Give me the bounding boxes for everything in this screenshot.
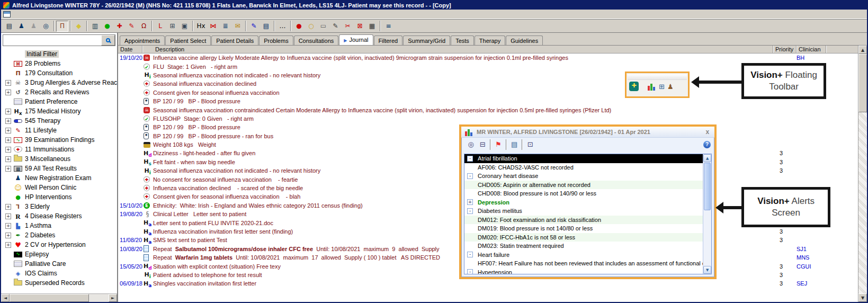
documents-stack-icon[interactable]: ▣ (178, 21, 191, 32)
tab[interactable]: Summary/Grid (403, 35, 450, 45)
sidebar-item[interactable]: Well Person Clinic (1, 183, 117, 192)
sidebar-item[interactable]: + 3 Elderly (1, 202, 117, 211)
close-icon[interactable]: x (704, 128, 711, 136)
alert-row[interactable]: DM023: Statin treatment required (464, 242, 703, 251)
sidebar-item[interactable]: + 3 Miscellaneous (1, 154, 117, 164)
journal-book-icon[interactable]: ▥ (89, 21, 101, 32)
tree-expander-icon[interactable]: + (5, 80, 11, 86)
pen-icon[interactable]: ✎ (248, 21, 260, 32)
comment-icon[interactable]: ✉ (231, 21, 244, 32)
alert-row[interactable]: DM020: IFCC-HbA1c is not 58 or less (464, 233, 703, 242)
expander-icon[interactable]: - (467, 269, 473, 274)
speech-bubble-icon[interactable]: ○ (305, 21, 317, 32)
filter-columns-icon[interactable]: ≡ (382, 21, 395, 32)
toolbar-grip[interactable] (628, 74, 687, 80)
consultation-chair-icon[interactable]: Π (56, 21, 68, 32)
date-column-header[interactable]: Date (118, 46, 142, 53)
menu-item[interactable] (31, 14, 39, 15)
scrollbar-thumb[interactable] (10, 294, 89, 302)
menu-item[interactable] (90, 14, 99, 15)
tab[interactable]: Patient Select (165, 35, 211, 45)
sidebar-item[interactable]: + 39 Examination Findings (1, 135, 117, 145)
sidebar-item[interactable]: + 545 Therapy (1, 116, 117, 126)
alert-row[interactable]: AF006: CHADS2-VASC not recorded (464, 163, 703, 172)
tree-expander-icon[interactable]: + (5, 204, 11, 210)
alert-row[interactable]: CHD005: Aspirin or alternative not recor… (464, 181, 703, 190)
calculator-add-icon[interactable]: ⊞ (659, 83, 665, 90)
notepad-icon[interactable]: ▤ (260, 21, 272, 32)
alert-row[interactable]: - Hypertension (464, 268, 703, 275)
sidebar-item[interactable]: HP Interventions (1, 192, 117, 202)
keyboard-icon[interactable]: ▭ (317, 21, 329, 32)
sidebar-item[interactable]: Superseded Records (1, 278, 117, 288)
deselect-patient-icon[interactable]: ♟ (28, 21, 40, 32)
menu-item[interactable] (73, 14, 82, 15)
menu-item[interactable] (56, 14, 65, 15)
tree-expander-icon[interactable]: + (5, 137, 11, 143)
sidebar-item[interactable]: New Registration Exam (1, 173, 117, 183)
sidebar-item[interactable]: + 59 All Test Results (1, 164, 117, 173)
tree-expander-icon[interactable]: + (5, 147, 11, 153)
sidebar-item[interactable]: + 3 Drug Allergies & Adverse Reac (1, 78, 117, 87)
alert-row[interactable]: CHD008: Blood pressure is not 140/90 or … (464, 189, 703, 198)
sidebar-item[interactable]: 28 Problems (1, 59, 117, 68)
expander-icon[interactable]: - (467, 252, 473, 257)
scroll-down-arrow[interactable]: ▼ (703, 266, 711, 274)
tree-expander-icon[interactable]: + (5, 213, 11, 219)
alert-row[interactable]: HF007: Heart Failure has not been review… (464, 259, 703, 268)
problem-list-icon[interactable]: ≣ (219, 21, 231, 32)
tab[interactable]: Journal (339, 34, 373, 45)
needle-icon[interactable]: ✎ (126, 21, 138, 32)
open-form-icon[interactable]: ▤ (3, 21, 15, 32)
find-patient-icon[interactable]: ◎ (40, 21, 52, 32)
more-ellipsis-icon[interactable]: … (276, 21, 289, 32)
sidebar-item[interactable]: + 2 Diabetes (1, 230, 117, 240)
journal-row[interactable]: FLUSOHP Stage: 0 Given - right arm (118, 114, 858, 123)
scroll-left-arrow[interactable]: ◄ (1, 294, 10, 302)
template-icon[interactable]: ⊡ (524, 139, 536, 150)
expander-icon[interactable]: - (467, 208, 473, 214)
apple-icon[interactable]: ● (101, 21, 113, 32)
tree-expander-icon[interactable]: + (5, 128, 11, 133)
tree-expander-icon[interactable]: + (5, 223, 11, 229)
help-icon[interactable]: ? (703, 141, 711, 148)
tab[interactable]: Appointments (120, 35, 165, 45)
letter-doc-icon[interactable]: L (154, 21, 166, 32)
tree-expander-icon[interactable]: + (5, 109, 11, 114)
tree-expander-icon[interactable]: + (5, 118, 11, 124)
sidebar-item[interactable]: + 11 Lifestyle (1, 126, 117, 135)
menu-item[interactable] (82, 14, 90, 15)
chart-icon[interactable] (648, 83, 656, 91)
tab[interactable]: Patient Details (211, 35, 258, 45)
scroll-down-arrow[interactable]: ▼ (858, 293, 867, 302)
stethoscope-icon[interactable]: Ω (138, 21, 150, 32)
sidebar-item[interactable]: + 2 CV or Hypertension (1, 240, 117, 249)
record-icon[interactable]: ● (293, 21, 305, 32)
flag-icon[interactable]: ⚑ (493, 139, 504, 150)
alert-row[interactable]: - Heart failure (464, 251, 703, 260)
tab[interactable]: Problems (259, 35, 293, 45)
tab[interactable]: Tests (451, 35, 474, 45)
journal-row[interactable]: 19/10/20 Influenza vaccine allergy Likel… (118, 54, 858, 62)
referral-icon[interactable]: ⊠ (354, 21, 366, 32)
menu-item[interactable] (39, 14, 48, 15)
scissors-icon[interactable]: ✂ (342, 21, 354, 32)
sticky-note-icon[interactable]: ◆ (73, 21, 85, 32)
clinician-column-header[interactable]: Clinician (797, 46, 826, 53)
visionplus-icon[interactable] (629, 82, 639, 91)
journal-row[interactable]: 06/09/18 Shingles vaccination invitation… (118, 279, 858, 288)
priority-column-header[interactable]: Priority (773, 46, 797, 53)
tab[interactable]: Filtered (374, 35, 403, 45)
alert-row[interactable]: DM012: Foot examination and risk classif… (464, 216, 703, 225)
tree-expander-icon[interactable]: + (5, 90, 11, 95)
sidebar-item[interactable]: 179 Consultation (1, 68, 117, 78)
sidebar-item[interactable]: + 2 Recalls and Reviews (1, 87, 117, 97)
menu-item[interactable] (22, 14, 31, 15)
sidebar-item[interactable]: Patient Preference (1, 97, 117, 106)
menu-item[interactable] (48, 14, 56, 15)
sidebar-item[interactable]: + 11 Immunisations (1, 145, 117, 154)
preview-icon[interactable]: ◎ (465, 139, 477, 150)
search-input[interactable] (3, 35, 101, 46)
sidebar-item[interactable]: + 175 Medical History (1, 106, 117, 116)
alert-row[interactable]: DM019: Blood pressure is not 140/80 or l… (464, 224, 703, 233)
